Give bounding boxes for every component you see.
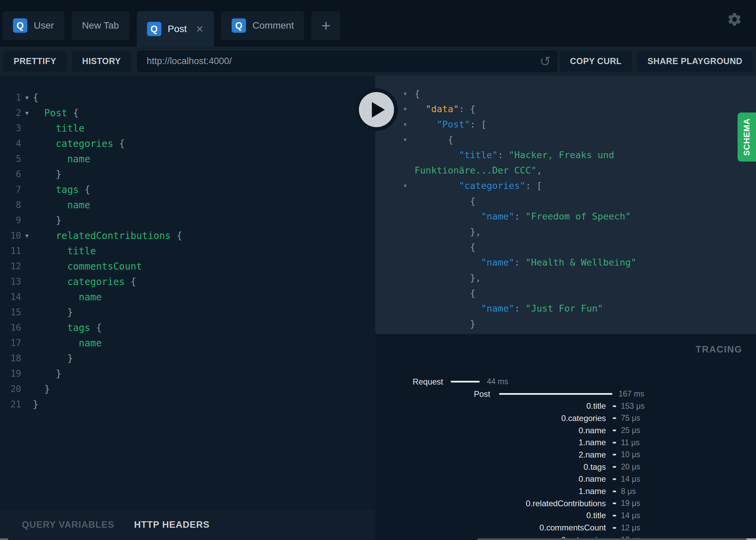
tracing-duration-value: 8 μs <box>621 487 636 496</box>
copy-curl-button[interactable]: COPY CURL <box>560 51 632 72</box>
collapse-arrow-icon[interactable]: ▾ <box>404 101 407 117</box>
line-number: 13 <box>0 274 21 289</box>
prettify-button[interactable]: PRETTIFY <box>3 51 67 72</box>
token: { <box>33 92 39 103</box>
line-number: 7 <box>0 182 21 197</box>
history-button[interactable]: HISTORY <box>72 51 131 72</box>
editor-line: 15 } <box>0 305 375 320</box>
play-icon <box>359 92 394 127</box>
fold-arrow-empty <box>21 213 33 228</box>
tab-post[interactable]: QPost✕ <box>137 11 214 47</box>
tracing-row: 1.name11 μs <box>375 436 756 449</box>
tracing-field-label: 1.name <box>375 486 606 496</box>
editor-line: 12 commentsCount <box>0 259 375 274</box>
query-variables-tab[interactable]: QUERY VARIABLES <box>22 520 114 530</box>
fold-arrow-icon[interactable]: ▾ <box>21 90 33 105</box>
token <box>415 257 481 268</box>
line-number: 9 <box>0 213 21 228</box>
token: } <box>33 368 61 379</box>
response-line: "name": "Freedom of Speech" <box>415 209 756 224</box>
token: : { <box>459 104 476 114</box>
settings-gear-icon[interactable] <box>727 12 742 27</box>
token: } <box>33 353 73 364</box>
response-line: ▾ { <box>415 132 756 147</box>
fold-arrow-icon[interactable]: ▾ <box>21 228 33 243</box>
token: "name" <box>481 303 514 314</box>
editor-line: 13 categories { <box>0 274 375 289</box>
schema-side-tab[interactable]: SCHEMA <box>738 112 756 162</box>
token: : <box>514 303 526 314</box>
close-icon[interactable]: ✕ <box>196 24 204 35</box>
editor-line: 5 name <box>0 151 375 167</box>
collapse-arrow-icon[interactable]: ▾ <box>404 117 407 132</box>
token: , <box>537 165 542 176</box>
tab-user[interactable]: QUser <box>3 11 64 40</box>
token: "data" <box>426 104 459 114</box>
response-line: Funktionäre...Der CCC", <box>415 163 756 178</box>
token: : [ <box>470 119 487 130</box>
editor-line: 17 name <box>0 335 375 351</box>
collapse-arrow-icon[interactable]: ▾ <box>404 86 407 101</box>
query-editor-lines: 1▾{2▾ Post {3 title4 categories {5 name6… <box>0 76 375 412</box>
execute-query-button[interactable] <box>355 88 398 131</box>
line-number: 5 <box>0 151 21 167</box>
tab-label: New Tab <box>82 20 119 31</box>
editor-line: 16 tags { <box>0 320 375 335</box>
endpoint-url-value: http://localhost:4000/ <box>147 56 232 66</box>
fold-arrow-icon[interactable]: ▾ <box>21 105 33 121</box>
token: name <box>33 338 102 349</box>
editor-line: 8 name <box>0 197 375 213</box>
horizontal-scrollbar-left[interactable] <box>0 538 8 540</box>
token: { <box>73 107 79 119</box>
endpoint-url-input[interactable]: http://localhost:4000/ ↺ <box>137 51 557 72</box>
token: "Hacker, Freaks und <box>509 150 614 160</box>
response-line: { <box>415 285 756 301</box>
new-tab-button[interactable]: + <box>311 11 340 40</box>
token: commentsCount <box>33 261 142 272</box>
tracing-field-label: 0.tags <box>375 462 606 472</box>
tab-comment[interactable]: QComment <box>221 11 304 40</box>
tracing-row: 0.commentsCount12 μs <box>375 522 756 534</box>
response-viewer[interactable]: ▾{▾ "data": {▾ "Post": [▾ { "title": "Ha… <box>375 76 756 334</box>
token: } <box>33 169 61 180</box>
http-headers-tab[interactable]: HTTP HEADERS <box>134 520 210 530</box>
tracing-duration-dash <box>613 442 616 444</box>
tab-label: User <box>34 20 54 31</box>
tab-new-tab[interactable]: New Tab <box>72 11 129 40</box>
tracing-field-label: 0.title <box>375 511 606 520</box>
token <box>415 119 437 130</box>
editor-line: 4 categories { <box>0 136 375 151</box>
token: { <box>415 242 476 252</box>
tracing-duration-value: 11 μs <box>621 438 640 447</box>
token <box>415 211 481 222</box>
tab-bar: QUserNew TabQPost✕QComment+ <box>0 0 756 47</box>
refresh-schema-icon[interactable]: ↺ <box>539 51 551 72</box>
token: relatedContributions <box>33 230 176 241</box>
query-badge: Q <box>13 18 27 33</box>
response-line: ▾ "data": { <box>415 101 756 117</box>
line-number: 1 <box>0 90 21 105</box>
tracing-duration-value: 14 μs <box>621 511 640 520</box>
editor-bottom-bar: QUERY VARIABLES HTTP HEADERS <box>0 510 375 540</box>
collapse-arrow-icon[interactable]: ▾ <box>404 178 407 193</box>
token: { <box>176 230 182 241</box>
tracing-duration-value: 167 ms <box>619 389 644 399</box>
token: { <box>415 288 476 298</box>
tracing-duration-dash <box>613 491 616 492</box>
share-playground-button[interactable]: SHARE PLAYGROUND <box>637 51 753 72</box>
scrollbar-thumb[interactable] <box>746 538 756 540</box>
query-editor[interactable]: 1▾{2▾ Post {3 title4 categories {5 name6… <box>0 76 375 510</box>
token: "categories" <box>459 180 525 191</box>
horizontal-scrollbar[interactable] <box>478 538 756 540</box>
token: } <box>33 384 50 395</box>
line-code: } <box>33 305 73 320</box>
editor-line: 9 } <box>0 213 375 228</box>
tracing-duration-value: 20 μs <box>621 462 640 471</box>
line-code: } <box>33 351 73 366</box>
collapse-arrow-icon[interactable]: ▾ <box>404 132 407 147</box>
tracing-duration-dash <box>613 478 616 480</box>
response-lines: ▾{▾ "data": {▾ "Post": [▾ { "title": "Ha… <box>415 76 756 334</box>
editor-line: 18 } <box>0 351 375 366</box>
token: "Health & Wellbeing" <box>525 257 636 268</box>
line-number: 14 <box>0 289 21 305</box>
